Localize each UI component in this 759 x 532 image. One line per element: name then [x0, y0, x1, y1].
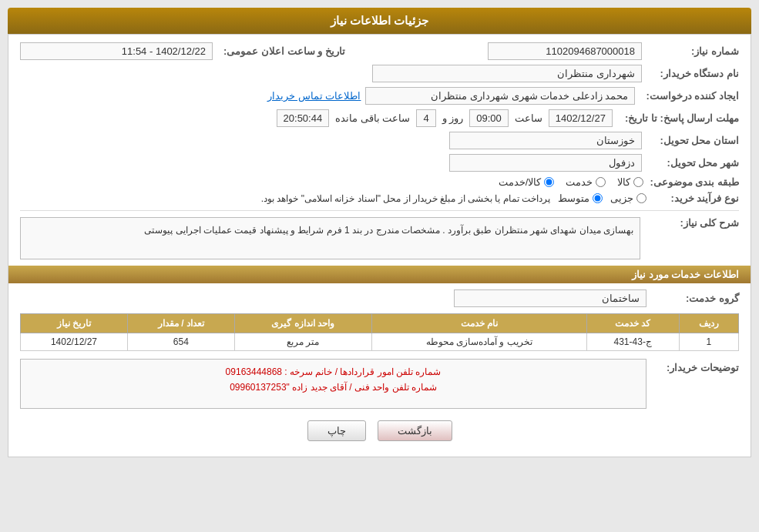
cell-unit: متر مربع	[234, 333, 371, 351]
table-body: 1 ج-43-431 تخریب و آماده‌سازی محوطه متر …	[21, 333, 739, 351]
remaining-label: ساعت باقی مانده	[335, 112, 410, 124]
send-deadline-label: مهلت ارسال پاسخ: تا تاریخ:	[619, 112, 739, 124]
buyer-notes-label: توضیحات خریدار:	[646, 359, 739, 373]
back-button[interactable]: بازگشت	[378, 420, 452, 441]
col-row-num: ردیف	[679, 314, 738, 333]
service-group-row: گروه خدمت: ساختمان	[20, 289, 739, 307]
city-value: دزفول	[449, 154, 642, 172]
need-number-value: 1102094687000018	[488, 42, 642, 60]
category-kala[interactable]: کالا	[617, 176, 643, 188]
creator-link[interactable]: اطلاعات تماس خریدار	[267, 90, 361, 102]
creator-row: ایجاد کننده درخواست: محمد زادعلی خدمات ش…	[20, 87, 739, 105]
col-service-name: نام خدمت	[371, 314, 586, 333]
description-value: بهسازی میدان شهدای شهر منتظران طبق برآور…	[144, 225, 633, 236]
page-wrapper: جزئیات اطلاعات نیاز شماره نیاز: 11020946…	[0, 0, 759, 465]
type-jozi-label: جزیی	[610, 192, 633, 204]
category-kala-khadamat[interactable]: کالا/خدمت	[499, 176, 555, 188]
time-value: 09:00	[469, 109, 509, 127]
purchase-type-options: جزیی متوسط پرداخت تمام یا بخشی از مبلغ خ…	[261, 192, 646, 204]
creator-label: ایجاد کننده درخواست:	[640, 90, 739, 102]
services-table-section: ردیف کد خدمت نام خدمت واحد اندازه گیری ت…	[20, 313, 739, 351]
days-label: روز و	[442, 112, 464, 124]
page-header: جزئیات اطلاعات نیاز	[8, 8, 751, 34]
purchase-type-row: نوع فرآیند خرید: جزیی متوسط پرداخت تمام …	[20, 192, 739, 204]
remaining-value: 20:50:44	[277, 109, 330, 127]
col-unit: واحد اندازه گیری	[234, 314, 371, 333]
need-number-row: شماره نیاز: 1102094687000018 تاریخ و ساع…	[20, 42, 739, 60]
page-title: جزئیات اطلاعات نیاز	[331, 14, 428, 27]
main-content: شماره نیاز: 1102094687000018 تاریخ و ساع…	[8, 34, 751, 457]
category-options: کالا خدمت کالا/خدمت	[499, 176, 644, 188]
buyer-notes-row: توضیحات خریدار: شماره تلفن امور قرارداده…	[20, 359, 739, 409]
category-kala-radio[interactable]	[633, 177, 643, 187]
type-jozi[interactable]: جزیی	[610, 192, 646, 204]
category-row: طبقه بندی موضوعی: کالا خدمت کالا/خدمت	[20, 176, 739, 188]
need-number-label: شماره نیاز:	[646, 45, 739, 57]
public-announce-row: تاریخ و ساعت اعلان عمومی: 1402/12/22 - 1…	[20, 42, 345, 60]
creator-value: محمد زادعلی خدمات شهری شهرداری منتظران	[365, 87, 635, 105]
days-value: 4	[416, 109, 435, 127]
announce-value: 1402/12/22 - 11:54	[20, 42, 213, 60]
divider-1	[20, 210, 739, 211]
type-motavasset[interactable]: متوسط	[558, 192, 603, 204]
city-row: شهر محل تحویل: دزفول	[20, 154, 739, 172]
description-label: شرح کلی نیاز:	[646, 217, 739, 229]
purchase-type-note: پرداخت تمام یا بخشی از مبلغ خریدار از مح…	[261, 193, 550, 204]
col-need-date: تاریخ نیاز	[21, 314, 128, 333]
cell-quantity: 654	[127, 333, 234, 351]
buyer-notes-box: شماره تلفن امور قراردادها / خانم سرخه : …	[20, 359, 646, 409]
service-group-value: ساختمان	[454, 289, 646, 307]
need-number-left: شماره نیاز: 1102094687000018	[488, 42, 739, 60]
category-both-label: کالا/خدمت	[499, 176, 542, 188]
description-row: شرح کلی نیاز: بهسازی میدان شهدای شهر منت…	[20, 217, 739, 259]
category-label: طبقه بندی موضوعی:	[643, 176, 739, 188]
date-value: 1402/12/27	[549, 109, 613, 127]
type-motavasset-radio[interactable]	[593, 193, 603, 203]
cell-need-date: 1402/12/27	[21, 333, 128, 351]
print-button[interactable]: چاپ	[307, 420, 366, 441]
services-title: اطلاعات خدمات مورد نیاز	[8, 266, 751, 283]
buyer-notes-line2: شماره تلفن واحد فنی / آقای جدید زاده "09…	[27, 380, 640, 395]
type-motavasset-label: متوسط	[558, 192, 589, 204]
col-quantity: تعداد / مقدار	[127, 314, 234, 333]
category-both-radio[interactable]	[544, 177, 554, 187]
buyer-notes-line1: شماره تلفن امور قراردادها / خانم سرخه : …	[27, 364, 640, 380]
province-value: خوزستان	[449, 132, 642, 149]
city-label: شهر محل تحویل:	[646, 157, 739, 169]
service-group-label: گروه خدمت:	[646, 293, 739, 304]
table-head: ردیف کد خدمت نام خدمت واحد اندازه گیری ت…	[21, 314, 739, 333]
buyer-org-label: نام دستگاه خریدار:	[646, 68, 739, 79]
province-row: استان محل تحویل: خوزستان	[20, 132, 739, 149]
cell-row-num: 1	[679, 333, 738, 351]
table-row: 1 ج-43-431 تخریب و آماده‌سازی محوطه متر …	[21, 333, 739, 351]
description-box: بهسازی میدان شهدای شهر منتظران طبق برآور…	[20, 217, 640, 259]
col-service-code: کد خدمت	[586, 314, 679, 333]
category-kala-label: کالا	[617, 176, 630, 188]
services-title-text: اطلاعات خدمات مورد نیاز	[632, 269, 739, 280]
announce-label: تاریخ و ساعت اعلان عمومی:	[217, 45, 345, 57]
buyer-org-value: شهرداری منتظران	[372, 65, 642, 82]
button-row: بازگشت چاپ	[20, 420, 739, 449]
province-label: استان محل تحویل:	[646, 135, 739, 146]
purchase-type-label: نوع فرآیند خرید:	[646, 192, 739, 204]
time-label: ساعت	[515, 112, 542, 124]
category-khadamat[interactable]: خدمت	[566, 176, 606, 188]
services-table: ردیف کد خدمت نام خدمت واحد اندازه گیری ت…	[20, 313, 739, 351]
send-deadline-row: مهلت ارسال پاسخ: تا تاریخ: 1402/12/27 سا…	[20, 109, 739, 127]
category-khadamat-label: خدمت	[566, 176, 593, 188]
table-header-row: ردیف کد خدمت نام خدمت واحد اندازه گیری ت…	[21, 314, 739, 333]
cell-service-code: ج-43-431	[586, 333, 679, 351]
category-khadamat-radio[interactable]	[596, 177, 606, 187]
buyer-org-row: نام دستگاه خریدار: شهرداری منتظران	[20, 65, 739, 82]
type-jozi-radio[interactable]	[636, 193, 646, 203]
cell-service-name: تخریب و آماده‌سازی محوطه	[371, 333, 586, 351]
